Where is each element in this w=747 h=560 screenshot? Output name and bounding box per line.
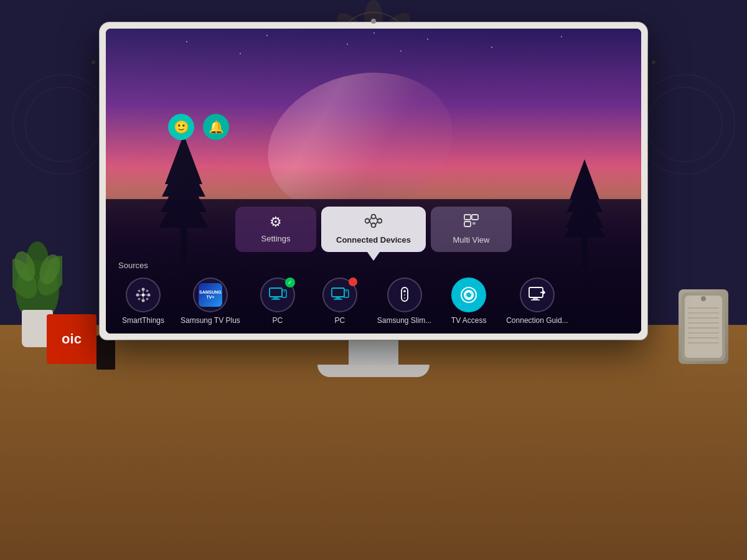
svg-point-15 bbox=[12, 75, 112, 174]
menu-tabs: ⚙ Settings bbox=[106, 207, 641, 258]
svg-point-13 bbox=[652, 60, 655, 64]
monitor-base bbox=[317, 365, 430, 377]
tv-top-icons: 🙂 🔔 bbox=[168, 114, 229, 140]
connection-guide-icon bbox=[520, 278, 555, 312]
source-smartthings[interactable]: SmartThings bbox=[118, 278, 168, 325]
source-samsung-slim[interactable]: Samsung Slim... bbox=[377, 278, 431, 325]
svg-line-57 bbox=[370, 218, 372, 222]
svg-line-60 bbox=[376, 222, 378, 225]
svg-rect-83 bbox=[332, 288, 344, 297]
source-tv-access[interactable]: TV Access bbox=[444, 278, 494, 325]
samsung-tvplus-icon: SAMSUNGTV+ bbox=[193, 278, 228, 312]
svg-rect-78 bbox=[270, 288, 282, 297]
source-samsung-tv-plus[interactable]: SAMSUNGTV+ Samsung TV Plus bbox=[181, 278, 240, 325]
source-connection-guide[interactable]: Connection Guid... bbox=[506, 278, 568, 325]
samsung-slim-icon bbox=[387, 278, 422, 312]
svg-point-66 bbox=[142, 288, 145, 291]
connected-devices-icon bbox=[365, 214, 382, 231]
svg-point-73 bbox=[146, 298, 149, 301]
svg-rect-62 bbox=[472, 215, 478, 220]
svg-point-87 bbox=[345, 291, 347, 292]
monitor-neck bbox=[349, 340, 398, 365]
svg-point-70 bbox=[138, 290, 141, 292]
connected-devices-label: Connected Devices bbox=[336, 235, 411, 245]
svg-point-72 bbox=[138, 298, 141, 301]
tab-settings[interactable]: ⚙ Settings bbox=[235, 207, 316, 252]
menu-pointer bbox=[367, 252, 380, 261]
svg-line-58 bbox=[370, 221, 372, 225]
pc2-label: PC bbox=[334, 316, 345, 325]
pc1-label: PC bbox=[272, 316, 283, 325]
tv-menu: ⚙ Settings bbox=[106, 199, 641, 334]
tv-screen: 🙂 🔔 ⚙ Settings bbox=[106, 29, 641, 334]
svg-point-69 bbox=[148, 294, 151, 297]
source-items: SmartThings SAMSUNGTV+ Samsung TV Plus bbox=[106, 275, 641, 334]
tab-multi-view[interactable]: Multi View bbox=[431, 207, 512, 252]
connection-guide-label: Connection Guid... bbox=[506, 316, 568, 325]
svg-point-53 bbox=[365, 219, 370, 223]
source-pc2[interactable]: PC bbox=[315, 278, 365, 325]
smartthings-icon bbox=[126, 278, 161, 312]
svg-rect-64 bbox=[472, 222, 476, 225]
svg-point-67 bbox=[142, 299, 145, 302]
monitor-bezel: 🙂 🔔 ⚙ Settings bbox=[100, 22, 647, 340]
svg-point-18 bbox=[647, 87, 722, 162]
tv-access-label: TV Access bbox=[451, 316, 487, 325]
svg-point-89 bbox=[403, 290, 406, 292]
svg-point-82 bbox=[283, 291, 284, 292]
camera bbox=[371, 19, 376, 24]
sources-label: Sources bbox=[106, 258, 641, 275]
bell-icon[interactable]: 🔔 bbox=[203, 114, 229, 140]
svg-point-54 bbox=[372, 215, 376, 219]
svg-rect-61 bbox=[464, 215, 471, 220]
svg-point-42 bbox=[701, 296, 706, 301]
samsung-slim-label: Samsung Slim... bbox=[377, 316, 431, 325]
speaker bbox=[679, 289, 728, 364]
svg-rect-33 bbox=[685, 296, 722, 358]
svg-point-55 bbox=[372, 223, 376, 228]
pc1-icon: ✓ bbox=[260, 278, 295, 312]
svg-point-71 bbox=[146, 290, 149, 292]
settings-label: Settings bbox=[261, 234, 291, 243]
samsung-tvplus-label: Samsung TV Plus bbox=[181, 316, 240, 325]
svg-point-11 bbox=[92, 60, 95, 64]
multi-view-label: Multi View bbox=[453, 235, 489, 245]
svg-point-68 bbox=[136, 294, 139, 297]
svg-point-16 bbox=[25, 87, 100, 162]
svg-point-92 bbox=[461, 287, 476, 302]
svg-line-59 bbox=[376, 218, 378, 220]
svg-point-17 bbox=[635, 75, 735, 174]
red-box: oic bbox=[47, 314, 96, 364]
smartthings-label: SmartThings bbox=[122, 316, 164, 325]
tab-connected-devices[interactable]: Connected Devices bbox=[321, 207, 426, 252]
settings-icon: ⚙ bbox=[270, 214, 282, 230]
pc2-icon bbox=[322, 278, 357, 312]
tv-access-icon bbox=[451, 278, 486, 312]
monitor: 🙂 🔔 ⚙ Settings bbox=[100, 22, 647, 377]
svg-point-90 bbox=[403, 294, 405, 296]
svg-rect-81 bbox=[282, 290, 286, 297]
svg-rect-86 bbox=[344, 290, 349, 297]
source-pc1[interactable]: ✓ PC bbox=[253, 278, 303, 325]
svg-point-56 bbox=[378, 219, 382, 223]
smiley-icon[interactable]: 🙂 bbox=[168, 114, 194, 140]
svg-rect-63 bbox=[464, 222, 471, 226]
multi-view-icon bbox=[464, 214, 479, 231]
svg-point-91 bbox=[403, 297, 405, 299]
svg-point-65 bbox=[142, 294, 145, 297]
